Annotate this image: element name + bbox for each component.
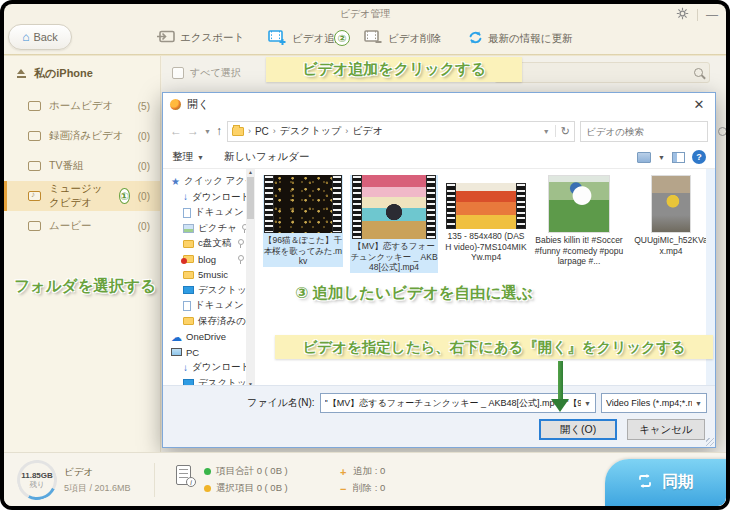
scroll-up-icon[interactable]: ▲ bbox=[248, 169, 253, 175]
tree-item-pc[interactable]: PC bbox=[163, 345, 246, 361]
organize-menu[interactable]: 整理 bbox=[172, 150, 193, 164]
breadcrumb-video[interactable]: ビデオ bbox=[352, 124, 383, 138]
filetype-combobox[interactable]: Video Files (*.mp4;*.rmvb;*.wmv... ▼ bbox=[601, 393, 707, 413]
file-name: 135 - 854x480 (DASH video)-7MS104MIKYw.m… bbox=[445, 231, 527, 263]
view-mode-icon[interactable] bbox=[637, 152, 651, 163]
tree-item-downloads[interactable]: ↓ダウンロード bbox=[163, 190, 246, 206]
dialog-toolbar: 整理 ▼ 新しいフォルダー ▼ ? bbox=[163, 146, 715, 169]
divider bbox=[697, 9, 698, 21]
tree-item-quick-access[interactable]: ★クイック アクセス bbox=[163, 174, 246, 190]
select-all-label: すべて選択 bbox=[190, 66, 241, 80]
crumb-separator: › bbox=[344, 126, 349, 136]
scrollbar-thumb[interactable] bbox=[247, 177, 254, 219]
dialog-search-input[interactable] bbox=[586, 126, 718, 137]
folder-tree: ★クイック アクセス ↓ダウンロード ドキュメント ピクチャ c盘文稿 blog… bbox=[163, 169, 246, 387]
tree-item-documents[interactable]: ドキュメント bbox=[163, 205, 246, 221]
document-icon bbox=[183, 208, 191, 218]
search-icon bbox=[718, 127, 726, 136]
back-arrow-icon[interactable]: ← bbox=[170, 125, 182, 137]
app-search-box[interactable] bbox=[494, 62, 710, 83]
download-icon: ↓ bbox=[183, 192, 188, 202]
info-icon: i bbox=[186, 477, 196, 487]
window-title: ビデオ管理 bbox=[4, 7, 726, 21]
delete-video-icon bbox=[364, 30, 383, 47]
file-item-fortune-cookie[interactable]: 【MV】恋するフォーチュンクッキー _ AKB48[公式].mp4 bbox=[350, 175, 438, 273]
sidebar-item-recorded-video[interactable]: 録画済みビデオ (0) bbox=[4, 121, 160, 151]
sync-button[interactable]: 同期 bbox=[605, 459, 726, 506]
app-search-input[interactable] bbox=[501, 67, 694, 78]
breadcrumb[interactable]: › PC › デスクトップ › ビデオ ▼ ↻ bbox=[227, 121, 575, 142]
search-icon bbox=[694, 68, 703, 77]
dialog-titlebar[interactable]: 開く ✕ bbox=[163, 93, 715, 116]
music-video-icon bbox=[28, 191, 41, 201]
tree-item-desktop[interactable]: デスクトップ bbox=[163, 283, 246, 299]
resize-grip[interactable] bbox=[706, 438, 714, 446]
callout-choose-videos: ③ 追加したいビデオを自由に選ぶ bbox=[295, 283, 533, 304]
export-icon bbox=[156, 30, 175, 46]
sidebar-item-tv-shows[interactable]: TV番組 (0) bbox=[4, 151, 160, 181]
item-count: (5) bbox=[138, 101, 150, 112]
item-count: (0) bbox=[138, 161, 150, 172]
chevron-down-icon[interactable]: ▼ bbox=[581, 400, 591, 407]
select-all-control[interactable]: すべて選択 bbox=[172, 66, 241, 80]
tree-item-blog[interactable]: blog bbox=[163, 252, 246, 268]
tree-item-saved-photos[interactable]: 保存済みの写真 bbox=[163, 314, 246, 330]
tree-item-c-docs[interactable]: c盘文稿 bbox=[163, 236, 246, 252]
file-item-senbonzakura[interactable]: 【96猫＆ぽこた】千本桜を歌ってみた.mkv bbox=[263, 175, 343, 267]
history-caret-icon[interactable]: ▼ bbox=[204, 128, 211, 135]
forward-arrow-icon[interactable]: → bbox=[187, 125, 199, 137]
breadcrumb-pc[interactable]: PC bbox=[255, 126, 269, 137]
open-file-dialog: 開く ✕ ← → ▼ ↑ › PC › デスクトップ › ビデオ ▼ ↻ bbox=[162, 92, 716, 448]
tree-item-pictures[interactable]: ピクチャ bbox=[163, 221, 246, 237]
pin-icon bbox=[237, 255, 244, 264]
file-item-quugimic[interactable]: QUUgiMIc_h52KVax.mp4 bbox=[631, 175, 711, 256]
refresh-button[interactable]: 最新の情報に更新 bbox=[468, 30, 573, 47]
chevron-down-icon[interactable]: ▼ bbox=[692, 400, 702, 407]
open-button[interactable]: 開く(O) bbox=[539, 419, 617, 440]
folder-icon bbox=[232, 127, 244, 136]
select-all-checkbox[interactable] bbox=[172, 67, 184, 79]
sidebar-item-movies[interactable]: ムービー (0) bbox=[4, 211, 160, 241]
settings-gear-icon[interactable] bbox=[676, 6, 689, 24]
status-bar: 11.85GB 残り ビデオ 5項目 / 201.6MB i 項目合計 0 ( … bbox=[4, 452, 726, 506]
refresh-label: 最新の情報に更新 bbox=[488, 32, 573, 46]
new-folder-button[interactable]: 新しいフォルダー bbox=[224, 150, 309, 164]
file-item-dash-video[interactable]: 135 - 854x480 (DASH video)-7MS104MIKYw.m… bbox=[445, 175, 527, 263]
folder-icon bbox=[183, 271, 194, 279]
export-button[interactable]: エクスポート bbox=[156, 30, 244, 46]
sidebar-item-music-video[interactable]: ミュージックビデオ ① (0) bbox=[4, 181, 160, 211]
delete-video-button[interactable]: ビデオ削除 bbox=[364, 30, 441, 47]
up-arrow-icon[interactable]: ↑ bbox=[216, 125, 222, 137]
video-thumbnail bbox=[651, 175, 691, 233]
sidebar-item-home-video[interactable]: ホームビデオ (5) bbox=[4, 91, 160, 121]
tree-scrollbar[interactable]: ▲ ▼ bbox=[246, 169, 255, 387]
back-button[interactable]: ⌂ Back bbox=[8, 24, 72, 50]
refresh-icon bbox=[468, 30, 483, 47]
dialog-bottom-panel: ファイル名(N): "【MV】恋するフォーチュンクッキー _ AKB48[公式]… bbox=[163, 385, 715, 447]
file-item-babies-soccer[interactable]: Babies killin it! #Soccer #funny #comedy… bbox=[534, 175, 624, 267]
device-row[interactable]: 私のiPhone bbox=[4, 56, 160, 91]
minimize-button[interactable]: — bbox=[706, 10, 718, 20]
help-icon[interactable]: ? bbox=[692, 150, 706, 164]
address-caret-icon[interactable]: ▼ bbox=[543, 128, 550, 135]
dialog-search-box[interactable] bbox=[580, 121, 708, 142]
address-refresh-icon[interactable]: ↻ bbox=[561, 125, 570, 138]
view-mode-caret-icon[interactable]: ▼ bbox=[658, 154, 665, 161]
screenshot-frame: ビデオ管理 — ⌂ Back エクスポート ビデオ追加 ② ビデオ削除 最新の情… bbox=[0, 0, 730, 510]
cancel-button[interactable]: キャンセル bbox=[627, 419, 705, 440]
item-count: (0) bbox=[138, 131, 150, 142]
storage-gauge-text: 11.85GB 残り bbox=[17, 460, 57, 500]
download-icon: ↓ bbox=[183, 363, 188, 373]
tree-item-onedrive[interactable]: ☁OneDrive bbox=[163, 329, 246, 345]
organize-caret-icon[interactable]: ▼ bbox=[197, 154, 204, 161]
preview-pane-icon[interactable] bbox=[672, 152, 685, 163]
breadcrumb-desktop[interactable]: デスクトップ bbox=[280, 124, 341, 138]
tree-item-5music[interactable]: 5music bbox=[163, 267, 246, 283]
tree-item-downloads-2[interactable]: ↓ダウンロード bbox=[163, 360, 246, 376]
movie-icon bbox=[28, 221, 41, 231]
sync-icon bbox=[637, 473, 653, 493]
close-icon[interactable]: ✕ bbox=[683, 93, 715, 116]
tv-icon bbox=[28, 161, 41, 171]
file-name: QUUgiMIc_h52KVax.mp4 bbox=[631, 235, 711, 256]
tree-item-documents-2[interactable]: ドキュメント bbox=[163, 298, 246, 314]
